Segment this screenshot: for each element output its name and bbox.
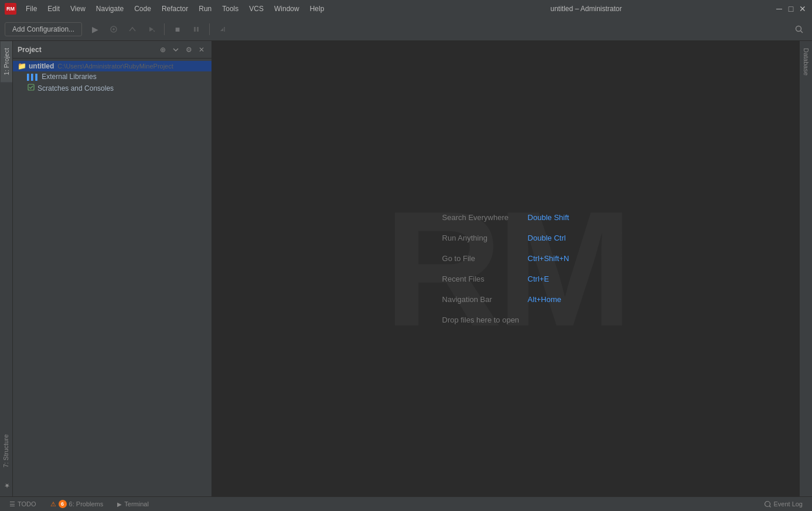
close-button[interactable]: ✕ [798,4,807,13]
hint-run-anything: Run Anything Double Ctrl [442,234,569,242]
svg-rect-2 [197,27,199,32]
hint-run-key: Double Ctrl [528,234,566,242]
todo-label: TODO [18,500,36,507]
hint-recent-key: Ctrl+E [528,275,549,283]
run-with-button[interactable] [143,21,159,37]
hint-goto-key: Ctrl+Shift+N [528,254,569,263]
bottom-tab-todo[interactable]: ☰ TODO [5,499,41,509]
stop-button[interactable]: ■ [169,21,186,37]
svg-line-8 [769,506,771,507]
debug-button[interactable] [105,21,122,37]
menu-help[interactable]: Help [305,4,329,14]
hint-drop-label: Drop files here to open [442,315,520,324]
editor-hints: Search Everywhere Double Shift Run Anyth… [442,213,569,324]
run-button[interactable]: ▶ [87,21,103,37]
hint-navigation-bar: Navigation Bar Alt+Home [442,295,569,304]
left-sidebar-tabs: 1: Project 7: Structure ★ [0,41,13,496]
menu-vcs[interactable]: VCS [244,4,268,14]
title-bar: RM File Edit View Navigate Code Refactor… [0,0,812,18]
svg-point-4 [796,26,801,31]
panel-close-icon[interactable]: ✕ [196,44,207,55]
panel-settings-icon[interactable]: ⚙ [183,44,194,55]
hint-search-label: Search Everywhere [442,213,518,222]
tree-root-item[interactable]: 📁 untitled C:\Users\Administrator\RubyMi… [13,61,211,71]
window-title: untitled – Administrator [398,5,775,13]
sidebar-tab-project[interactable]: 1: Project [1,41,12,82]
bottom-bar: ☰ TODO ⚠ 6 6: Problems ▶ Terminal Event … [0,496,812,511]
project-panel-title: Project [18,46,155,54]
menu-edit[interactable]: Edit [43,4,64,14]
editor-area[interactable]: RM Search Everywhere Double Shift Run An… [212,41,799,496]
hint-search-everywhere: Search Everywhere Double Shift [442,213,569,222]
search-everywhere-button[interactable] [791,21,807,37]
main-area: 1: Project 7: Structure ★ Project ⊕ ⚙ ✕ … [0,41,812,496]
todo-icon: ☰ [9,500,15,508]
hint-go-to-file: Go to File Ctrl+Shift+N [442,254,569,263]
project-panel-header: Project ⊕ ⚙ ✕ [13,41,211,59]
bottom-tab-problems[interactable]: ⚠ 6 6: Problems [46,499,108,509]
hint-nav-label: Navigation Bar [442,295,518,304]
toolbar: Add Configuration... ▶ ■ [0,18,812,41]
toolbar-separator-2 [209,23,210,35]
window-controls: ─ □ ✕ [775,4,807,13]
step-over-button[interactable] [214,21,231,37]
app-icon: RM [5,3,16,15]
maximize-button[interactable]: □ [786,4,796,13]
event-log-label: Event Log [773,500,803,507]
menu-tools[interactable]: Tools [217,4,243,14]
external-libraries-label: External Libraries [42,73,96,81]
menu-file[interactable]: File [21,4,42,14]
right-sidebar: Database [799,41,812,496]
root-label: untitled [29,62,54,70]
menu-run[interactable]: Run [194,4,216,14]
hint-nav-key: Alt+Home [528,295,561,304]
svg-line-5 [801,30,803,33]
svg-rect-6 [28,84,34,90]
structure-tab-area: 7: Structure ★ [0,82,12,496]
menu-code[interactable]: Code [129,4,156,14]
toolbar-separator-1 [164,23,165,35]
hint-recent-label: Recent Files [442,275,518,283]
problems-badge: 6 [59,500,67,508]
problems-warning-icon: ⚠ [50,500,56,508]
hint-goto-label: Go to File [442,254,518,263]
minimize-button[interactable]: ─ [775,4,784,13]
hint-recent-files: Recent Files Ctrl+E [442,275,569,283]
project-tree: 📁 untitled C:\Users\Administrator\RubyMi… [13,59,211,496]
menu-bar: File Edit View Navigate Code Refactor Ru… [21,4,398,14]
hint-run-label: Run Anything [442,234,518,242]
terminal-label: Terminal [124,500,149,507]
scratches-label: Scratches and Consoles [37,84,114,92]
project-panel: Project ⊕ ⚙ ✕ 📁 untitled C:\Users\Admini… [13,41,212,496]
menu-view[interactable]: View [66,4,90,14]
svg-rect-1 [194,27,196,32]
sidebar-tab-structure[interactable]: 7: Structure [0,427,12,475]
folder-icon: 📁 [18,62,26,70]
bottom-tab-terminal[interactable]: ▶ Terminal [112,499,153,509]
event-log-icon [764,500,771,507]
menu-navigate[interactable]: Navigate [91,4,128,14]
add-configuration-button[interactable]: Add Configuration... [5,22,82,36]
hint-search-key: Double Shift [528,213,569,222]
menu-window[interactable]: Window [269,4,304,14]
problems-label: 6: Problems [69,500,104,507]
hint-drop-files: Drop files here to open [442,315,569,324]
menu-refactor[interactable]: Refactor [157,4,193,14]
bottom-event-log[interactable]: Event Log [759,499,807,509]
panel-sync-icon[interactable]: ⊕ [158,44,168,55]
coverage-button[interactable] [124,21,141,37]
scratches-icon [27,83,35,93]
terminal-icon: ▶ [117,501,122,507]
pause-button[interactable] [188,21,204,37]
root-path: C:\Users\Administrator\RubyMineProject [57,63,173,70]
libraries-icon: ▌▌▌ [27,74,39,80]
right-tab-database[interactable]: Database [800,41,812,83]
tree-external-libraries[interactable]: ▌▌▌ External Libraries [13,71,211,82]
sidebar-tab-favorites[interactable]: ★ [0,475,12,496]
tree-scratches[interactable]: Scratches and Consoles [13,82,211,94]
panel-collapse-icon[interactable] [170,44,181,55]
